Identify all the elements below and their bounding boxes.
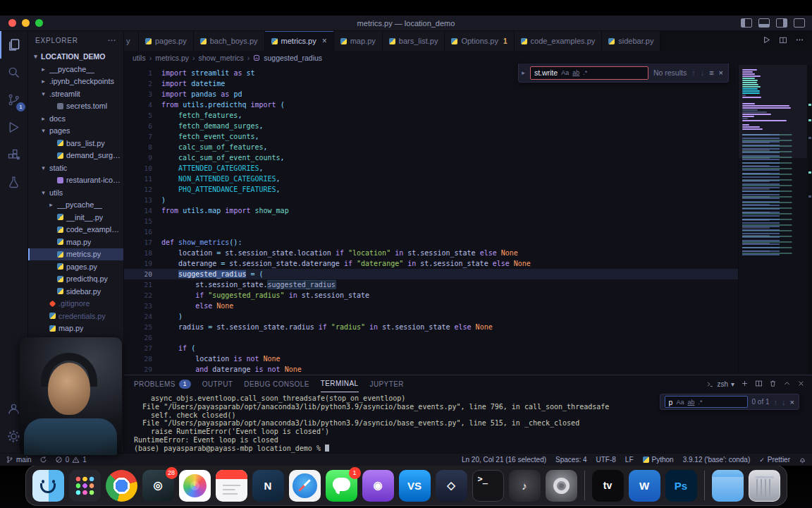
more-actions-icon[interactable]: ⋯ [107,35,116,45]
tab-code_examples.py[interactable]: code_examples.py [515,31,603,51]
tree-item-demand_surge.py[interactable]: demand_surge.py [28,150,123,162]
code-line[interactable]: 10 ATTENDED_CATEGORIES, [124,163,738,174]
messages-icon[interactable]: 1 [326,470,357,502]
tree-item-bars_list.py[interactable]: bars_list.py [28,137,123,150]
podcasts-icon[interactable]: ◉ [362,470,394,502]
close-find-button[interactable]: × [790,398,794,406]
testing-icon[interactable] [0,169,27,196]
breadcrumb-function[interactable]: show_metrics [199,54,244,62]
tree-item-pages.py[interactable]: pages.py [28,260,123,273]
panel-tab-terminal[interactable]: TERMINAL [321,375,359,392]
kill-terminal-button[interactable] [769,380,777,389]
tree-item-.ipynb_checkpoints[interactable]: ▸.ipynb_checkpoints [28,75,123,88]
run-button[interactable] [762,35,771,47]
word-icon[interactable]: W [629,470,660,502]
code-line[interactable]: 24 ) [124,311,738,322]
tab-y[interactable]: y [124,31,139,51]
indentation[interactable]: Spaces: 4 [555,456,586,464]
dev-app-icon[interactable]: ◇ [436,470,467,502]
line-number[interactable]: 27 [124,343,161,353]
line-number[interactable]: 23 [124,301,161,311]
tab-bach_boys.py[interactable]: bach_boys.py [194,31,265,51]
tree-item-map.py[interactable]: map.py [28,322,123,335]
code-line[interactable]: 29 and daterange is not None [124,364,738,375]
terminal-app-icon[interactable]: >_ [472,470,504,502]
prettier[interactable]: ✓Prettier [759,456,790,464]
tree-item-metrics.py[interactable]: metrics.py [28,248,123,261]
code-line[interactable]: 12 PHQ_ATTENDANCE_FEATURES, [124,184,738,195]
code-line[interactable]: 19 daterange = st.session_state.daterang… [124,258,738,269]
tree-item-.streamlit[interactable]: ▾.streamlit [28,87,123,100]
trash-icon[interactable] [749,470,780,502]
line-number[interactable]: 3 [124,89,161,99]
extensions-icon[interactable] [0,141,27,169]
line-number[interactable]: 18 [124,248,161,258]
split-editor-button[interactable] [779,35,787,47]
line-number[interactable]: 24 [124,311,161,322]
close-window-button[interactable] [8,19,16,27]
search-icon[interactable] [0,59,27,86]
code-line[interactable]: 16 [124,226,738,237]
toggle-sidebar-icon[interactable] [741,18,752,28]
code-line[interactable]: 11 NON_ATTENDED_CATEGORIES, [124,174,738,184]
system-preferences-icon[interactable] [546,470,577,502]
toggle-panel-icon[interactable] [758,18,770,28]
chrome-icon[interactable] [106,470,137,502]
find-input[interactable]: st.write Aa ab .* [530,66,648,80]
line-number[interactable]: 14 [124,205,161,216]
tree-item-pages[interactable]: ▾pages [28,125,123,138]
line-number[interactable]: 26 [124,332,161,343]
tab-sidebar.py[interactable]: sidebar.py [602,31,660,51]
code-line[interactable]: 15 [124,216,738,226]
tab-map.py[interactable]: map.py [334,31,383,51]
code-line[interactable]: 13) [124,195,738,205]
line-number[interactable]: 16 [124,226,161,237]
code-line[interactable]: 22 if "suggested_radius" in st.session_s… [124,290,738,301]
tree-item-docs[interactable]: ▸docs [28,112,123,125]
finder-icon[interactable] [32,470,64,502]
language[interactable]: Python [643,456,674,464]
panel-tab-debug-console[interactable]: DEBUG CONSOLE [244,375,309,392]
photoshop-icon[interactable]: Ps [665,470,697,502]
line-number[interactable]: 10 [124,163,161,174]
line-number[interactable]: 28 [124,353,161,364]
tree-item-restaurant-icon.png[interactable]: restaurant-icon.png [28,174,123,187]
tree-item-utils[interactable]: ▾utils [28,186,123,199]
minimize-window-button[interactable] [22,19,30,27]
zoom-window-button[interactable] [35,19,43,27]
code-line[interactable]: 18 location = st.session_state.location … [124,248,738,258]
line-number[interactable]: 20 [124,269,161,279]
close-panel-button[interactable] [797,380,805,389]
line-number[interactable]: 17 [124,237,161,248]
git-branch-indicator[interactable]: main [6,456,32,464]
tab-metrics.py[interactable]: metrics.py× [265,31,334,51]
next-match-button[interactable]: ↓ [782,398,786,406]
code-line[interactable]: 21 st.session_state.suggested_radius [124,279,738,290]
code-line[interactable]: 17def show_metrics(): [124,237,738,248]
close-icon[interactable]: × [322,36,327,46]
whole-word-toggle[interactable]: ab [687,399,694,406]
code-line[interactable]: 28 location is not None [124,353,738,364]
code-area[interactable]: 1import streamlit as st2import datetime3… [124,65,738,375]
line-number[interactable]: 1 [124,68,161,78]
line-number[interactable]: 2 [124,78,161,89]
sync-changes-button[interactable] [39,456,47,464]
code-line[interactable]: 6 fetch_demand_surges, [124,121,738,131]
panel-tab-output[interactable]: OUTPUT [202,375,233,392]
line-number[interactable]: 25 [124,322,161,332]
terminal-find-input[interactable]: p Aa ab .* [665,396,748,408]
terminal-shell-selector[interactable]: zsh ▾ [706,380,734,388]
tree-item-__pycache__[interactable]: ▸__pycache__ [28,63,123,75]
eol[interactable]: LF [625,456,634,464]
tree-item-predicthq.py[interactable]: predicthq.py [28,273,123,286]
code-line[interactable]: 14from utils.map import show_map [124,205,738,216]
code-line[interactable]: 23 else None [124,301,738,311]
code-line[interactable]: 7 fetch_event_counts, [124,131,738,142]
line-number[interactable]: 19 [124,258,161,269]
cursor-position[interactable]: Ln 20, Col 21 (16 selected) [462,456,546,464]
run-debug-icon[interactable] [0,114,27,141]
customize-layout-icon[interactable] [794,18,805,28]
line-number[interactable]: 22 [124,290,161,301]
code-line[interactable]: 8 calc_sum_of_features, [124,142,738,152]
panel-tab-jupyter[interactable]: JUPYTER [370,375,404,392]
